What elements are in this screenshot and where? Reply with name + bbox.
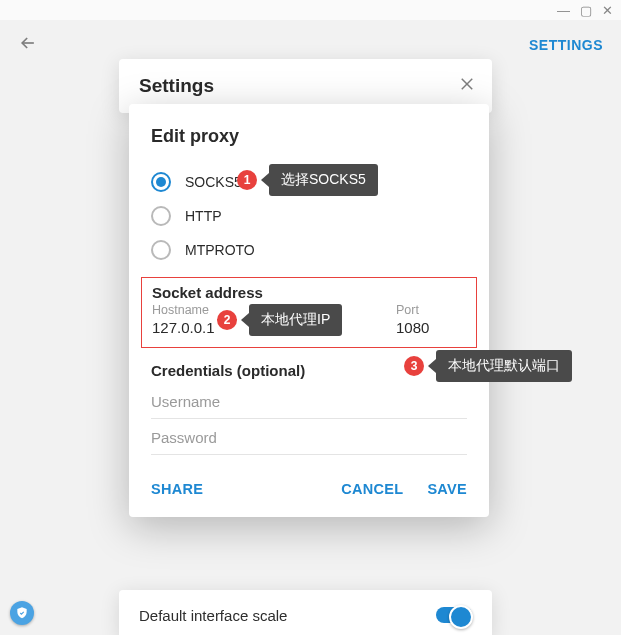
cancel-button[interactable]: CANCEL bbox=[341, 481, 403, 497]
credentials-title: Credentials (optional) bbox=[151, 362, 467, 383]
password-input[interactable] bbox=[151, 419, 467, 455]
socket-address-block: Socket address Hostname Port bbox=[141, 277, 477, 348]
close-window-button[interactable]: ✕ bbox=[602, 4, 613, 17]
credentials-block: Credentials (optional) bbox=[129, 348, 489, 459]
maximize-button[interactable]: ▢ bbox=[580, 4, 592, 17]
proxy-type-group: SOCKS5 HTTP MTPROTO bbox=[129, 165, 489, 277]
port-label: Port bbox=[396, 303, 466, 317]
username-input[interactable] bbox=[151, 383, 467, 419]
hostname-label: Hostname bbox=[152, 303, 386, 317]
radio-label: HTTP bbox=[185, 208, 222, 224]
share-button[interactable]: SHARE bbox=[151, 481, 203, 497]
settings-link[interactable]: SETTINGS bbox=[529, 37, 603, 53]
interface-scale-toggle[interactable] bbox=[436, 607, 472, 623]
edit-proxy-dialog: Edit proxy SOCKS5 HTTP MTPROTO Socket ad… bbox=[129, 104, 489, 517]
port-field: Port bbox=[396, 303, 466, 337]
port-input[interactable] bbox=[396, 319, 466, 336]
proxy-type-socks5[interactable]: SOCKS5 bbox=[151, 165, 467, 199]
radio-icon bbox=[151, 206, 171, 226]
radio-icon bbox=[151, 172, 171, 192]
connection-shield-icon[interactable] bbox=[10, 601, 34, 625]
dialog-title: Edit proxy bbox=[129, 126, 489, 165]
socket-address-title: Socket address bbox=[152, 284, 466, 303]
hostname-input[interactable] bbox=[152, 319, 386, 336]
minimize-button[interactable]: — bbox=[557, 4, 570, 17]
settings-title: Settings bbox=[139, 75, 472, 97]
proxy-type-http[interactable]: HTTP bbox=[151, 199, 467, 233]
radio-label: MTPROTO bbox=[185, 242, 255, 258]
dialog-buttons: SHARE CANCEL SAVE bbox=[129, 459, 489, 503]
save-button[interactable]: SAVE bbox=[427, 481, 467, 497]
radio-icon bbox=[151, 240, 171, 260]
interface-scale-row: Default interface scale bbox=[119, 590, 492, 635]
radio-label: SOCKS5 bbox=[185, 174, 242, 190]
proxy-type-mtproto[interactable]: MTPROTO bbox=[151, 233, 467, 267]
interface-scale-label: Default interface scale bbox=[139, 607, 287, 624]
back-arrow-icon[interactable] bbox=[18, 33, 38, 57]
close-settings-icon[interactable] bbox=[458, 75, 476, 97]
hostname-field: Hostname bbox=[152, 303, 386, 337]
window-titlebar: — ▢ ✕ bbox=[0, 0, 621, 20]
